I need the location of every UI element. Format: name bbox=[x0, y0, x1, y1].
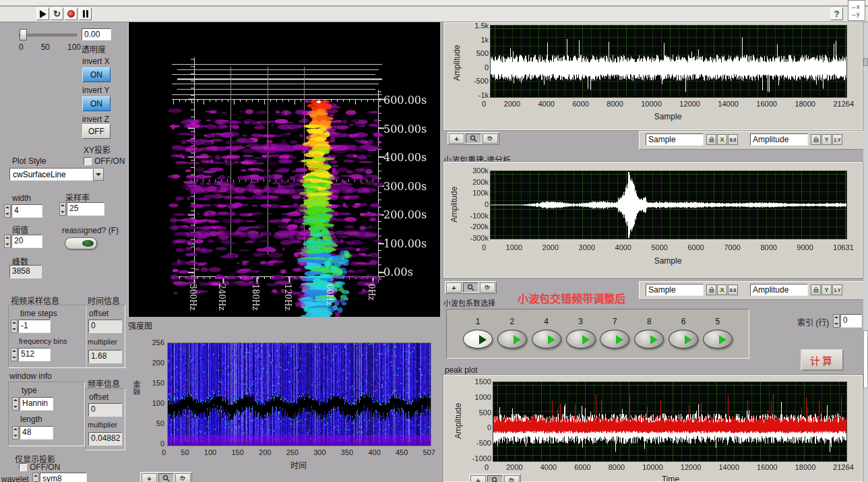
scrollbar-thumb[interactable] bbox=[863, 330, 868, 388]
x-autoscale-button-2[interactable]: X bbox=[717, 284, 727, 295]
projection-only-checkbox[interactable] bbox=[19, 463, 27, 471]
y-format-button-1[interactable]: 1.Y bbox=[832, 134, 842, 145]
window-length-stepper[interactable] bbox=[12, 426, 19, 440]
pan-tool-button[interactable] bbox=[480, 282, 495, 293]
coeff-button-8[interactable] bbox=[634, 330, 664, 349]
zoom-tool-button[interactable] bbox=[463, 282, 478, 293]
frequency-bins-field[interactable]: 512 bbox=[18, 348, 51, 361]
plot-style-combo[interactable]: cwSurfaceLine bbox=[9, 168, 104, 181]
x-scale-name-field-2[interactable]: Sample bbox=[646, 284, 704, 296]
run-continuous-button[interactable]: ↻ bbox=[51, 7, 63, 20]
y-autoscale-button-1[interactable]: Y bbox=[822, 134, 832, 145]
coeff-button-1[interactable] bbox=[463, 330, 493, 349]
coeff-button-7[interactable] bbox=[600, 330, 629, 349]
x-format-button-1[interactable]: 8.8 bbox=[728, 134, 738, 145]
transparency-slider-track[interactable] bbox=[19, 34, 77, 36]
ytick-label: -300k bbox=[470, 234, 489, 242]
plot-style-value[interactable]: cwSurfaceLine bbox=[9, 168, 93, 181]
cursor-tool-button[interactable]: + bbox=[470, 475, 486, 482]
pan-tool-button[interactable] bbox=[483, 133, 498, 144]
wavelet-stepper[interactable] bbox=[32, 473, 39, 482]
recon-yticks: 300k200k100k0-100k-200k-300k bbox=[460, 167, 489, 242]
xtick-label: 0 bbox=[485, 463, 489, 471]
threshold-stepper[interactable] bbox=[4, 235, 11, 248]
run-button[interactable] bbox=[36, 7, 49, 20]
threshold-field[interactable]: 20 bbox=[11, 235, 42, 248]
sample-rate-stepper[interactable] bbox=[59, 202, 66, 216]
scrollbar-up-arrow[interactable] bbox=[863, 58, 868, 66]
reassigned-toggle[interactable] bbox=[65, 237, 97, 249]
recon-graph-palette: + bbox=[445, 281, 497, 294]
width-stepper[interactable] bbox=[4, 204, 11, 218]
invert-x-button[interactable]: ON bbox=[82, 67, 111, 82]
peak-yticks: 150010005000-500-1000 bbox=[464, 378, 491, 462]
xtick-label: 10631 bbox=[833, 243, 854, 251]
pan-tool-button[interactable] bbox=[504, 475, 520, 482]
index-stepper[interactable] bbox=[833, 314, 840, 328]
abort-button[interactable] bbox=[65, 7, 78, 20]
window-type-field[interactable]: Hannin bbox=[20, 397, 53, 411]
coeff-button-2[interactable] bbox=[497, 330, 527, 349]
xtick-label: 0 bbox=[482, 100, 486, 108]
coeff-button-5[interactable] bbox=[703, 330, 733, 349]
time-steps-field[interactable]: -1 bbox=[18, 320, 51, 333]
coeff-button-3[interactable] bbox=[566, 330, 596, 349]
band-adjust-note: 小波包交错频带调整后 bbox=[518, 290, 625, 306]
peak-ylabel: Amplitude bbox=[454, 382, 463, 460]
y-format-button-2[interactable]: 1.Y bbox=[832, 284, 842, 295]
invert-y-button[interactable]: ON bbox=[82, 96, 111, 111]
cursor-tool-button[interactable]: + bbox=[446, 282, 462, 293]
zoom-tool-button[interactable] bbox=[487, 475, 503, 482]
chevron-down-icon[interactable] bbox=[93, 168, 104, 181]
y-autoscale-button-2[interactable]: Y bbox=[822, 284, 832, 295]
raw-graph-palette: + bbox=[447, 132, 499, 145]
y-scale-lock-button-1[interactable] bbox=[811, 134, 821, 145]
transparency-value-field[interactable]: 0.00 bbox=[82, 28, 111, 40]
x-scale-lock-button-1[interactable] bbox=[706, 134, 716, 145]
window-type-stepper[interactable] bbox=[12, 397, 19, 411]
time-tick-label: 300.00s bbox=[383, 180, 437, 193]
x-autoscale-button-1[interactable]: X bbox=[717, 134, 727, 145]
y-scale-lock-button-2[interactable] bbox=[811, 284, 821, 295]
time-steps-stepper[interactable] bbox=[11, 320, 18, 333]
y-scale-name-field-2[interactable]: Amplitude bbox=[750, 284, 808, 296]
xtick-label: 9000 bbox=[797, 243, 813, 251]
frequency-bins-stepper[interactable] bbox=[11, 348, 18, 361]
help-button[interactable]: ? bbox=[830, 7, 843, 20]
intensity-xlabel: 时间 bbox=[278, 459, 319, 471]
cursor-tool-button[interactable]: + bbox=[142, 473, 157, 482]
xy-projection-checkbox[interactable] bbox=[84, 157, 92, 165]
index-field[interactable]: 0 bbox=[840, 314, 862, 328]
x-scale-lock-button-2[interactable] bbox=[706, 284, 716, 295]
cursor-tool-button[interactable]: + bbox=[449, 133, 464, 144]
pause-button[interactable] bbox=[79, 7, 92, 20]
axis-y-row: →y bbox=[850, 11, 865, 18]
zoom-tool-button[interactable] bbox=[158, 473, 174, 482]
xtick-label: 0 bbox=[482, 243, 486, 251]
xtick-label: 100 bbox=[204, 448, 216, 456]
freq-tick-label: 0Hz bbox=[367, 284, 376, 300]
y-scale-name-field-1[interactable]: Amplitude bbox=[750, 133, 808, 146]
xtick-label: 16000 bbox=[756, 100, 777, 108]
projection-tool-widget[interactable]: →x →y bbox=[848, 0, 865, 21]
wavelet-field[interactable]: sym8 bbox=[40, 473, 87, 482]
peak-plot-graph: Amplitude 150010005000-500-1000 02000400… bbox=[443, 375, 863, 482]
coeff-button-4[interactable] bbox=[532, 330, 561, 349]
zoom-tool-button[interactable] bbox=[466, 133, 481, 144]
invert-z-button[interactable]: OFF bbox=[82, 124, 111, 139]
sample-rate-field[interactable]: 25 bbox=[67, 202, 104, 216]
width-field[interactable]: 4 bbox=[11, 204, 42, 218]
compute-button[interactable]: 计算 bbox=[801, 349, 844, 371]
x-scale-name-field-1[interactable]: Sample bbox=[646, 133, 704, 146]
transparency-slider-handle[interactable] bbox=[20, 29, 27, 40]
xtick-label: 14000 bbox=[718, 100, 739, 108]
transparency-label: 透明度 bbox=[82, 43, 106, 55]
xtick-label: 6000 bbox=[574, 463, 590, 471]
pan-tool-button[interactable] bbox=[175, 473, 191, 482]
window-length-field[interactable]: 48 bbox=[20, 426, 53, 440]
recon-ylabel: Amplitude bbox=[450, 171, 459, 238]
freq-tick-label: 180Hz bbox=[251, 284, 260, 311]
x-format-button-2[interactable]: 8.8 bbox=[728, 284, 738, 295]
coeff-button-6[interactable] bbox=[669, 330, 698, 349]
vertical-scrollbar[interactable] bbox=[863, 22, 868, 482]
